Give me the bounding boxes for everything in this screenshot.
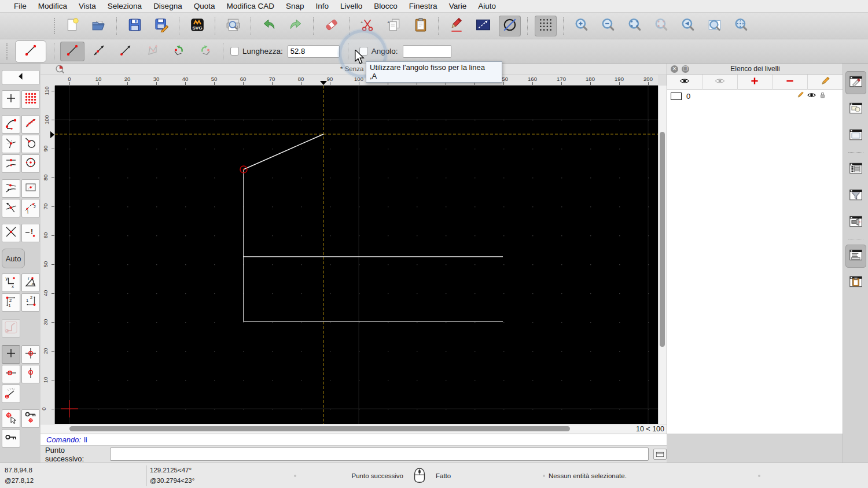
edit-layer-button[interactable] [808,75,843,90]
snap-on-entity-button[interactable] [21,115,40,134]
menu-item-vista[interactable]: Vista [73,2,102,10]
snap-nearest-button[interactable] [2,179,20,198]
menu-item-modifica[interactable]: Modifica [32,2,73,10]
snap-grid-button[interactable] [21,90,40,109]
snap-reference-button[interactable] [21,179,40,198]
restrict-both-button[interactable] [21,345,40,364]
command-history-panel-button[interactable] [845,245,866,268]
zoom-auto-button[interactable] [624,16,646,36]
pen-edit-button[interactable] [446,16,468,36]
vertical-scrollbar-thumb[interactable] [660,132,665,347]
drawing-canvas[interactable] [55,86,658,424]
add-layer-button[interactable] [738,75,773,90]
undo-button[interactable] [258,16,280,36]
draft-mode-button[interactable] [499,16,521,36]
zoom-out-button[interactable] [597,16,619,36]
restrict-off-button[interactable] [2,345,20,364]
restrict-horizontal-button[interactable] [2,365,20,383]
zoom-pan-button[interactable] [730,16,752,36]
paste-button[interactable] [410,16,432,36]
menu-item-livello[interactable]: Livello [334,2,368,10]
zoom-window-button[interactable] [704,16,726,36]
zoom-in-button[interactable] [571,16,593,36]
menu-item-file[interactable]: File [8,2,32,10]
back-button[interactable] [2,70,40,85]
angle-input[interactable] [403,45,451,58]
restrict-angle-button[interactable] [2,385,20,403]
menu-item-info[interactable]: Info [310,2,335,10]
block-list-panel-button[interactable] [845,98,866,121]
snap-intersection-button[interactable] [2,199,20,217]
svg-export-button[interactable]: SVG [186,16,208,36]
restrict-vertical-button[interactable] [21,365,40,383]
menu-item-blocco[interactable]: Blocco [368,2,403,10]
set-relative-zero-button[interactable] [2,409,20,428]
layer-color-swatch[interactable] [671,93,682,100]
save-button[interactable] [124,16,146,36]
vertical-scrollbar[interactable] [658,86,667,424]
eraser-button[interactable] [321,16,343,36]
snap-cross-button[interactable] [2,224,20,242]
library-browser-panel-button[interactable] [845,124,866,147]
undo-segment-tool-button[interactable] [167,42,191,61]
menu-item-quota[interactable]: Quota [188,2,221,10]
show-all-eye-button[interactable] [667,75,703,90]
restrict-orthogonal-button[interactable] [2,319,20,338]
snap-tangential-button[interactable] [21,135,40,153]
grid-toggle-button[interactable] [535,16,557,36]
line-two-arrows-tool-button[interactable] [87,42,111,61]
line-arrow-tool-button[interactable] [113,42,138,61]
menu-item-disegna[interactable]: Disegna [148,2,188,10]
layer-row[interactable]: 0 [667,90,843,102]
redo-button[interactable] [285,16,307,36]
property-editor-panel-button[interactable] [845,158,866,181]
menu-item-modifica-cad[interactable]: Modifica CAD [220,2,280,10]
snap-none-button[interactable]: ! [21,224,40,242]
new-button[interactable] [61,16,83,36]
layer-lock-icon[interactable] [818,91,827,102]
snap-middle-button[interactable] [2,154,20,173]
zoom-previous-button[interactable] [677,16,699,36]
selection-filter-panel-button[interactable] [845,184,866,208]
snap-intersection-manual-button[interactable]: 12 [21,199,40,217]
layer-list-panel-button[interactable] [845,71,866,94]
lock-relative-zero-button[interactable] [21,409,40,428]
snap-auto-button[interactable]: Auto [2,249,25,268]
snap-center-button[interactable] [21,154,40,173]
redo-segment-tool-button[interactable] [193,42,218,61]
snap-free-button[interactable] [2,90,20,109]
open-button[interactable] [88,16,110,36]
corner-order-1-button[interactable]: 21 [2,293,20,312]
command-line-toggle-button[interactable] [653,449,667,460]
menu-item-varie[interactable]: Varie [443,2,473,10]
menu-item-aiuto[interactable]: Aiuto [472,2,502,10]
flashlight-panel-button[interactable] [845,211,866,234]
coord-cartesian-button[interactable]: yx [2,273,20,292]
clipboard-viewer-panel-button[interactable] [845,271,866,294]
hide-all-eye-button[interactable] [703,75,738,90]
length-input[interactable] [288,45,340,58]
snap-perpendicular-button[interactable] [2,135,20,153]
menu-item-seleziona[interactable]: Seleziona [102,2,148,10]
horizontal-scrollbar-thumb[interactable] [69,426,570,431]
coord-polar-button[interactable]: ra [21,273,40,292]
line-tool-button[interactable] [60,42,84,61]
corner-order-2-button[interactable]: 12 [21,293,40,312]
menu-item-snap[interactable]: Snap [280,2,310,10]
layer-edit-icon[interactable] [796,90,805,102]
save-as-button[interactable] [150,16,172,36]
relative-zero-key-button[interactable] [2,429,20,448]
menu-item-finestra[interactable]: Finestra [403,2,443,10]
measure-distance-button[interactable] [472,16,494,36]
layer-visible-eye-icon[interactable] [807,90,816,102]
copy-button[interactable]: + [383,16,405,36]
current-tool-indicator[interactable] [15,40,46,62]
length-checkbox[interactable] [230,47,239,56]
polyline-tool-button[interactable] [140,42,164,61]
zoom-selection-button[interactable] [650,16,672,36]
remove-layer-button[interactable] [773,75,808,90]
horizontal-scrollbar[interactable] [55,424,628,434]
snap-endpoints-button[interactable] [2,115,20,134]
print-preview-button[interactable] [222,16,244,36]
command-input[interactable] [110,448,649,461]
